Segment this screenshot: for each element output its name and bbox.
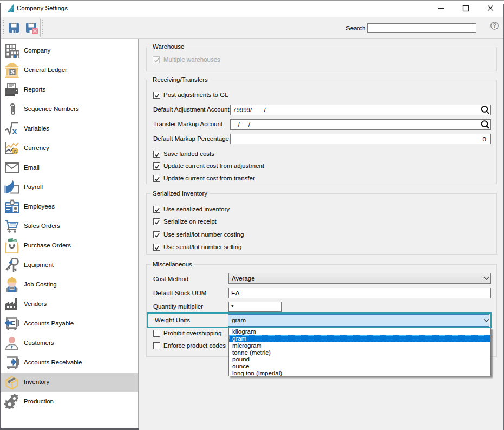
svg-text:?: ? bbox=[493, 22, 496, 29]
svg-text:x: x bbox=[12, 126, 17, 135]
svg-text:G: G bbox=[13, 149, 17, 154]
svg-text:S: S bbox=[10, 69, 14, 75]
